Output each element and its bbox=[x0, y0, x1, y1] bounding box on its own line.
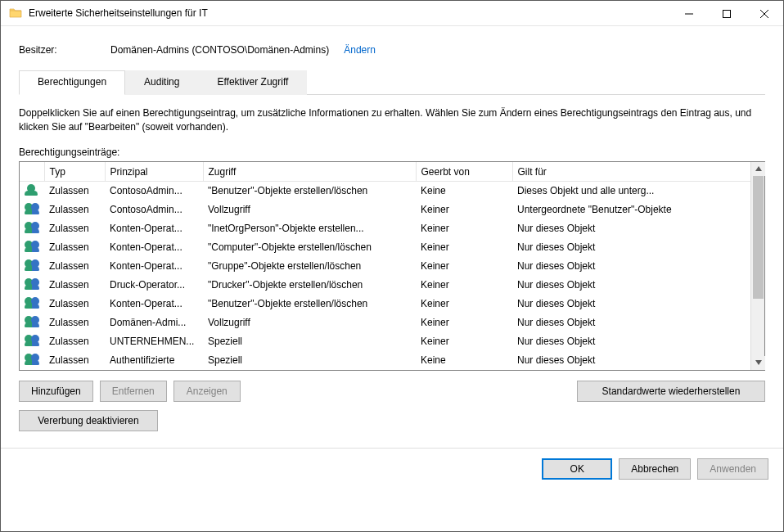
cell-applies: Nur dieses Objekt bbox=[512, 276, 750, 295]
row-icon-cell bbox=[20, 238, 44, 257]
row-icon-cell bbox=[20, 313, 44, 332]
col-applies[interactable]: Gilt für bbox=[512, 162, 750, 182]
row-icon-cell bbox=[20, 276, 44, 295]
cell-principal: Konten-Operat... bbox=[105, 295, 203, 313]
scroll-up-button[interactable] bbox=[751, 162, 765, 176]
table-row[interactable]: ZulassenKonten-Operat..."Computer"-Objek… bbox=[20, 238, 750, 257]
cell-applies: Nur dieses Objekt bbox=[512, 295, 750, 313]
ok-button[interactable]: OK bbox=[542, 458, 612, 480]
cell-inherited: Keiner bbox=[416, 238, 512, 257]
cell-inherited: Keiner bbox=[416, 219, 512, 238]
col-principal[interactable]: Prinzipal bbox=[105, 162, 203, 182]
cell-inherited: Keine bbox=[416, 181, 512, 201]
row-icon-cell bbox=[20, 257, 44, 276]
cell-principal: Konten-Operat... bbox=[105, 238, 203, 257]
cell-applies: Nur dieses Objekt bbox=[512, 238, 750, 257]
dialog-footer: OK Abbrechen Anwenden bbox=[16, 449, 768, 480]
close-button[interactable] bbox=[746, 1, 783, 26]
col-type[interactable]: Typ bbox=[44, 162, 105, 182]
svg-rect-0 bbox=[723, 10, 731, 17]
permissions-table-scroll[interactable]: Typ Prinzipal Zugriff Geerbt von Gilt fü… bbox=[20, 162, 750, 370]
users-icon bbox=[25, 335, 39, 346]
cell-inherited: Keiner bbox=[416, 201, 512, 219]
dialog-content: Besitzer: Domänen-Admins (CONTOSO\Domäne… bbox=[1, 26, 783, 489]
tab-effective-access[interactable]: Effektiver Zugriff bbox=[198, 70, 307, 95]
col-inherited[interactable]: Geerbt von bbox=[416, 162, 512, 182]
owner-label: Besitzer: bbox=[19, 44, 110, 56]
add-button[interactable]: Hinzufügen bbox=[19, 381, 93, 402]
table-row[interactable]: ZulassenKonten-Operat..."Benutzer"-Objek… bbox=[20, 295, 750, 313]
cell-principal: UNTERNEHMEN... bbox=[105, 332, 203, 351]
cell-applies: Nur dieses Objekt bbox=[512, 332, 750, 351]
users-icon bbox=[25, 222, 39, 233]
user-icon bbox=[25, 184, 39, 196]
cell-type: Zulassen bbox=[44, 257, 105, 276]
cell-type: Zulassen bbox=[44, 201, 105, 219]
tabs-bar: Berechtigungen Auditing Effektiver Zugri… bbox=[19, 70, 765, 95]
cell-access: Speziell bbox=[203, 332, 416, 351]
cell-access: "Computer"-Objekte erstellen/löschen bbox=[203, 238, 416, 257]
cell-inherited: Keiner bbox=[416, 276, 512, 295]
cell-type: Zulassen bbox=[44, 219, 105, 238]
disable-inheritance-button[interactable]: Vererbung deaktivieren bbox=[19, 410, 158, 431]
cell-applies: Nur dieses Objekt bbox=[512, 351, 750, 370]
cell-type: Zulassen bbox=[44, 238, 105, 257]
cell-inherited: Keiner bbox=[416, 313, 512, 332]
cell-inherited: Keiner bbox=[416, 295, 512, 313]
cell-principal: Domänen-Admi... bbox=[105, 313, 203, 332]
cell-principal: Authentifizierte bbox=[105, 351, 203, 370]
scroll-thumb[interactable] bbox=[753, 176, 764, 299]
maximize-button[interactable] bbox=[708, 1, 746, 26]
table-row[interactable]: ZulassenKonten-Operat..."Gruppe"-Objekte… bbox=[20, 257, 750, 276]
table-row[interactable]: ZulassenContosoAdmin..."Benutzer"-Objekt… bbox=[20, 181, 750, 201]
table-row[interactable]: ZulassenDomänen-Admi...VollzugriffKeiner… bbox=[20, 313, 750, 332]
cancel-button[interactable]: Abbrechen bbox=[619, 458, 691, 480]
row-icon-cell bbox=[20, 181, 44, 201]
cell-access: "Benutzer"-Objekte erstellen/löschen bbox=[203, 181, 416, 201]
restore-defaults-button[interactable]: Standardwerte wiederherstellen bbox=[577, 381, 765, 402]
cell-applies: Untergeordnete "Benutzer"-Objekte bbox=[512, 201, 750, 219]
users-icon bbox=[25, 354, 39, 365]
tab-body-permissions: Doppelklicken Sie auf einen Berechtigung… bbox=[16, 95, 768, 431]
window-controls bbox=[670, 1, 783, 25]
owner-row: Besitzer: Domänen-Admins (CONTOSO\Domäne… bbox=[16, 38, 768, 70]
cell-principal: ContosoAdmin... bbox=[105, 181, 203, 201]
tab-auditing[interactable]: Auditing bbox=[125, 70, 198, 95]
row-icon-cell bbox=[20, 219, 44, 238]
remove-button[interactable]: Entfernen bbox=[100, 381, 167, 402]
permissions-button-row: Hinzufügen Entfernen Anzeigen Standardwe… bbox=[19, 381, 765, 402]
users-icon bbox=[25, 278, 39, 290]
cell-inherited: Keiner bbox=[416, 257, 512, 276]
change-owner-link[interactable]: Ändern bbox=[344, 44, 376, 56]
cell-access: Vollzugriff bbox=[203, 313, 416, 332]
cell-type: Zulassen bbox=[44, 276, 105, 295]
users-icon bbox=[25, 316, 39, 327]
cell-access: "InetOrgPerson"-Objekte erstellen... bbox=[203, 219, 416, 238]
scroll-down-button[interactable] bbox=[751, 356, 765, 370]
folder-icon bbox=[9, 7, 22, 20]
cell-access: Vollzugriff bbox=[203, 201, 416, 219]
cell-applies: Nur dieses Objekt bbox=[512, 257, 750, 276]
cell-inherited: Keiner bbox=[416, 332, 512, 351]
cell-applies: Nur dieses Objekt bbox=[512, 313, 750, 332]
view-button[interactable]: Anzeigen bbox=[173, 381, 241, 402]
users-icon bbox=[25, 297, 39, 309]
table-row[interactable]: ZulassenAuthentifizierteSpeziellKeineNur… bbox=[20, 351, 750, 370]
minimize-button[interactable] bbox=[670, 1, 708, 26]
cell-inherited: Keine bbox=[416, 351, 512, 370]
cell-principal: Druck-Operator... bbox=[105, 276, 203, 295]
tab-permissions[interactable]: Berechtigungen bbox=[19, 70, 125, 95]
cell-principal: Konten-Operat... bbox=[105, 219, 203, 238]
table-row[interactable]: ZulassenKonten-Operat..."InetOrgPerson"-… bbox=[20, 219, 750, 238]
table-row[interactable]: ZulassenUNTERNEHMEN...SpeziellKeinerNur … bbox=[20, 332, 750, 351]
table-row[interactable]: ZulassenContosoAdmin...VollzugriffKeiner… bbox=[20, 201, 750, 219]
table-header-row: Typ Prinzipal Zugriff Geerbt von Gilt fü… bbox=[20, 162, 750, 182]
col-icon[interactable] bbox=[20, 162, 44, 182]
col-access[interactable]: Zugriff bbox=[203, 162, 416, 182]
vertical-scrollbar[interactable] bbox=[750, 162, 764, 370]
apply-button[interactable]: Anwenden bbox=[697, 458, 768, 480]
users-icon bbox=[25, 259, 39, 271]
cell-access: Speziell bbox=[203, 351, 416, 370]
table-row[interactable]: ZulassenDruck-Operator..."Drucker"-Objek… bbox=[20, 276, 750, 295]
cell-access: "Drucker"-Objekte erstellen/löschen bbox=[203, 276, 416, 295]
